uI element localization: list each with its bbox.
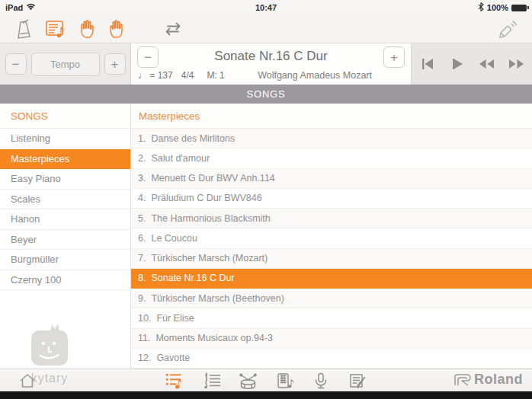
bluetooth-icon bbox=[478, 2, 484, 13]
song-row[interactable]: 10.Für Elise bbox=[131, 308, 532, 328]
sidebar-item-label: Burgmüller bbox=[11, 254, 59, 265]
song-title-text: Salut d'amour bbox=[151, 153, 210, 164]
sidebar-item-label: Czerny 100 bbox=[11, 274, 61, 286]
sidebar-items: ListeningMasterpiecesEasy PianoScalesHan… bbox=[0, 129, 130, 290]
song-next-button[interactable]: + bbox=[383, 46, 405, 68]
song-number: 11. bbox=[138, 333, 150, 343]
song-row[interactable]: 7.Türkischer Marsch (Mozart) bbox=[131, 249, 532, 269]
song-title: Sonate Nr.16 C Dur bbox=[162, 49, 380, 64]
song-meta: ♩ = 137 4/4 M: 1 Wolfgang Amadeus Mozart bbox=[138, 70, 404, 81]
song-number: 4. bbox=[138, 193, 146, 203]
sidebar-item[interactable]: Burgmüller bbox=[0, 250, 130, 270]
roland-mark-icon bbox=[453, 373, 473, 387]
battery-percent: 100% bbox=[487, 3, 508, 12]
song-title-text: Für Elise bbox=[156, 313, 194, 324]
sidebar-item-label: Easy Piano bbox=[11, 173, 61, 184]
song-row[interactable]: 1.Danse des Mirlitons bbox=[131, 129, 532, 148]
song-prev-button[interactable]: − bbox=[137, 46, 159, 68]
roland-logo: Roland bbox=[453, 372, 523, 388]
song-title-text: Danse des Mirlitons bbox=[151, 133, 235, 144]
time-signature: 4/4 bbox=[181, 70, 194, 81]
song-row[interactable]: 3.Menuett G Dur BWV Anh.114 bbox=[131, 169, 532, 189]
song-number: 3. bbox=[138, 173, 146, 184]
control-row: − Tempo + − Sonate Nr.16 C Dur + ♩ = 137… bbox=[0, 43, 532, 85]
skip-start-icon[interactable] bbox=[416, 53, 439, 75]
song-title-text: Menuett G Dur BWV Anh.114 bbox=[151, 173, 274, 184]
song-list-panel: Masterpieces 1.Danse des Mirlitons2.Salu… bbox=[131, 104, 532, 369]
rewind-icon[interactable] bbox=[476, 53, 498, 75]
song-list-icon[interactable] bbox=[165, 371, 185, 391]
sidebar-item[interactable]: Hanon bbox=[0, 209, 130, 230]
content: SONGS ListeningMasterpiecesEasy PianoSca… bbox=[0, 104, 532, 369]
song-info-panel: − Sonate Nr.16 C Dur + ♩ = 137 4/4 M: 1 … bbox=[131, 43, 412, 85]
song-title-text: Moments Musicaux op.94-3 bbox=[155, 333, 273, 343]
song-title-text: Türkischer Marsch (Beethoven) bbox=[151, 293, 284, 304]
tempo-button[interactable]: Tempo bbox=[31, 53, 100, 76]
battery-icon bbox=[511, 5, 527, 11]
tempo-plus-button[interactable]: + bbox=[104, 53, 126, 75]
stylus-connection-icon[interactable] bbox=[494, 18, 520, 43]
song-title-text: The Harmonious Blacksmith bbox=[151, 213, 270, 224]
screen-bezel bbox=[0, 391, 532, 399]
song-title-text: Gavotte bbox=[156, 353, 190, 363]
sidebar-item[interactable]: Listening bbox=[0, 129, 130, 149]
sidebar-item[interactable]: Beyer bbox=[0, 230, 130, 251]
sidebar-item-label: Hanon bbox=[11, 213, 40, 225]
song-number: 12. bbox=[138, 353, 151, 363]
repeat-icon[interactable] bbox=[160, 17, 186, 41]
device-label: iPad bbox=[5, 3, 23, 12]
sidebar-item[interactable]: Scales bbox=[0, 190, 130, 210]
drums-icon[interactable] bbox=[238, 371, 258, 391]
microphone-icon[interactable] bbox=[311, 371, 332, 391]
song-row[interactable]: 4.Präludium C Dur BWV846 bbox=[131, 189, 532, 209]
song-title-text: Präludium C Dur BWV846 bbox=[151, 193, 261, 203]
memo-icon[interactable] bbox=[348, 371, 368, 391]
brand-name: Roland bbox=[474, 372, 523, 388]
sidebar-item[interactable]: Masterpieces bbox=[0, 149, 130, 170]
top-toolbar bbox=[0, 15, 532, 43]
metronome-icon[interactable] bbox=[11, 17, 37, 41]
sidebar-item-label: Masterpieces bbox=[11, 153, 69, 164]
wifi-icon bbox=[26, 3, 36, 12]
song-title-text: Le Coucou bbox=[151, 233, 197, 244]
songs-banner: SONGS bbox=[0, 85, 532, 104]
sidebar-item-label: Beyer bbox=[11, 234, 37, 245]
song-number: 6. bbox=[138, 233, 146, 244]
score-icon[interactable] bbox=[201, 371, 222, 391]
song-row[interactable]: 11.Moments Musicaux op.94-3 bbox=[131, 329, 532, 349]
song-number: 10. bbox=[138, 313, 151, 324]
song-number: 2. bbox=[138, 153, 146, 164]
song-row[interactable]: 8.Sonate Nr.16 C Dur bbox=[131, 269, 532, 289]
song-row[interactable]: 5.The Harmonious Blacksmith bbox=[131, 209, 532, 228]
score-book-icon[interactable] bbox=[43, 17, 69, 41]
bottom-toolbar: Roland bbox=[0, 369, 532, 391]
play-icon[interactable] bbox=[446, 53, 469, 75]
tempo-panel: − Tempo + bbox=[0, 43, 131, 85]
sidebar-item-label: Listening bbox=[11, 132, 50, 144]
song-title-text: Sonate Nr.16 C Dur bbox=[151, 273, 234, 283]
sidebar-item[interactable]: Easy Piano bbox=[0, 169, 130, 190]
song-row[interactable]: 6.Le Coucou bbox=[131, 228, 532, 248]
right-hand-icon[interactable] bbox=[104, 17, 130, 41]
recorder-icon[interactable] bbox=[274, 371, 295, 391]
song-row[interactable]: 12.Gavotte bbox=[131, 349, 532, 369]
song-row[interactable]: 9.Türkischer Marsch (Beethoven) bbox=[131, 289, 532, 308]
transport-controls bbox=[412, 43, 532, 85]
fast-forward-icon[interactable] bbox=[505, 53, 528, 75]
song-number: 5. bbox=[138, 213, 146, 224]
clock: 10:47 bbox=[0, 3, 532, 12]
song-row[interactable]: 2.Salut d'amour bbox=[131, 148, 532, 168]
song-list-header: Masterpieces bbox=[131, 104, 532, 129]
song-number: 9. bbox=[138, 293, 146, 304]
left-hand-icon[interactable] bbox=[73, 17, 99, 41]
tempo-minus-button[interactable]: − bbox=[5, 53, 27, 75]
sidebar-header: SONGS bbox=[0, 104, 130, 129]
song-number: 7. bbox=[138, 253, 146, 263]
app-screen: iPad 10:47 100% bbox=[0, 0, 532, 399]
sidebar-item-label: Scales bbox=[11, 193, 40, 205]
sidebar-item[interactable]: Czerny 100 bbox=[0, 270, 130, 291]
song-title-text: Türkischer Marsch (Mozart) bbox=[151, 253, 268, 263]
song-list: 1.Danse des Mirlitons2.Salut d'amour3.Me… bbox=[131, 129, 532, 369]
measure-counter: M: 1 bbox=[207, 70, 224, 81]
status-bar: iPad 10:47 100% bbox=[0, 0, 532, 15]
